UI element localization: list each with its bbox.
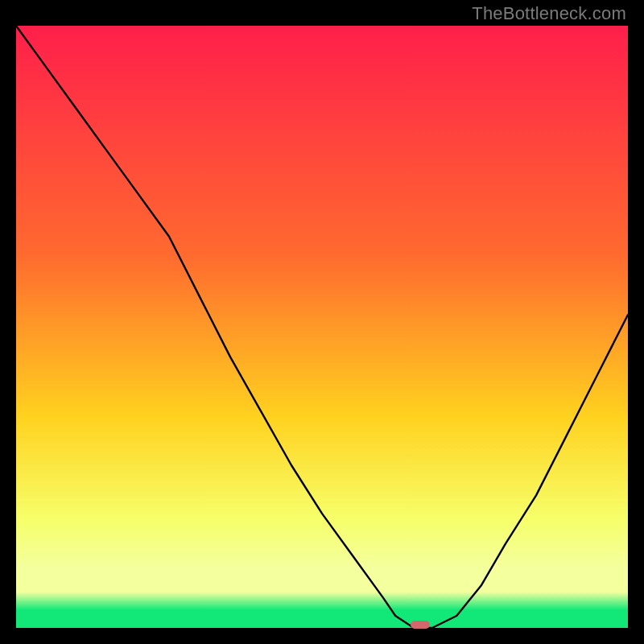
watermark-label: TheBottleneck.com <box>472 3 626 24</box>
optimal-marker <box>411 621 430 629</box>
bottleneck-curve <box>16 26 628 628</box>
chart-frame: TheBottleneck.com <box>0 0 644 644</box>
